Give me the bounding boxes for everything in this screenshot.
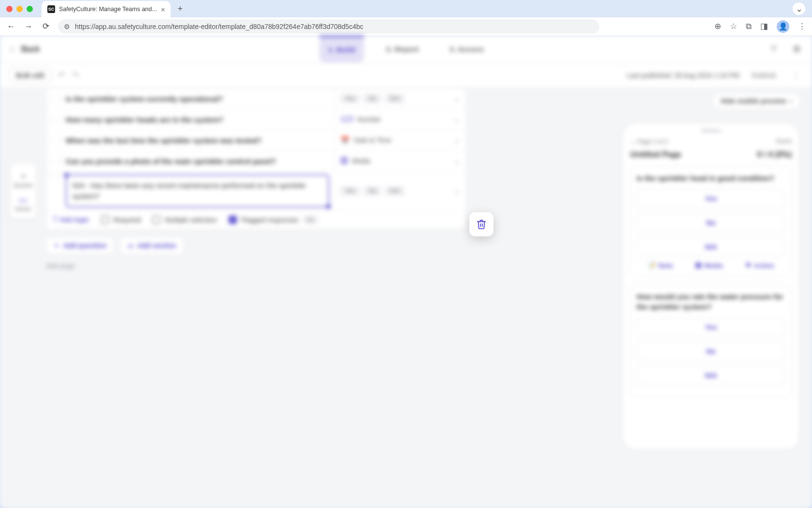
add-question-button[interactable]: ＋ Add question <box>46 237 114 254</box>
logic-icon: ᛘ <box>53 216 57 223</box>
chevron-down-icon[interactable]: ⌄ <box>454 187 460 195</box>
publish-button[interactable]: Publish <box>746 68 782 83</box>
checkbox-icon[interactable] <box>101 216 109 224</box>
window-controls <box>6 6 33 12</box>
chip-no: No <box>363 94 381 103</box>
drag-handle-icon[interactable]: ⋮⋮ <box>46 157 66 166</box>
question-row-selected[interactable]: ⋮⋮ N/A - Has there been any recent maint… <box>46 172 466 211</box>
selection-handle-icon[interactable] <box>64 173 69 177</box>
question-text[interactable]: Can you provide a photo of the main spri… <box>66 152 334 170</box>
arrow-left-icon: ← <box>9 45 16 54</box>
menu-icon[interactable]: ⋮ <box>798 21 806 31</box>
side-panel-icon[interactable]: ◨ <box>760 21 768 31</box>
chip-na: N/A <box>385 186 405 196</box>
profile-avatar-icon[interactable]: 👤 <box>777 20 789 33</box>
preview-answer-button[interactable]: No <box>637 213 785 232</box>
reload-icon[interactable]: ⟳ <box>41 21 51 31</box>
tab-build[interactable]: 1. Build <box>319 36 364 63</box>
response-cell[interactable]: 🖼 Media ⌄ <box>334 151 466 171</box>
checkbox-checked-icon[interactable] <box>229 216 237 224</box>
add-section-button[interactable]: ▭ Add section <box>120 237 183 254</box>
add-logic-button[interactable]: ᛘ Add logic <box>53 216 89 223</box>
question-row[interactable]: ⋮⋮ Is the sprinkler system currently ope… <box>46 88 466 109</box>
chevron-down-icon[interactable]: ⌄ <box>454 115 460 124</box>
browser-tab[interactable]: SC SafetyCulture: Manage Teams and... × <box>42 1 171 17</box>
delete-question-highlight <box>469 212 493 236</box>
drag-handle-icon[interactable]: ⋮⋮ <box>46 115 66 124</box>
chevron-down-icon[interactable]: ⌄ <box>454 157 460 165</box>
browser-tab-strip: SC SafetyCulture: Manage Teams and... × … <box>0 0 812 17</box>
new-tab-button[interactable]: + <box>177 4 183 14</box>
forward-icon[interactable]: → <box>23 22 34 31</box>
multiple-label: Multiple selection <box>165 216 217 224</box>
response-cell[interactable]: 📅 Date & Time ⌄ <box>334 130 466 150</box>
question-row[interactable]: ⋮⋮ Can you provide a photo of the main s… <box>46 151 466 172</box>
media-icon: 🖼 <box>695 262 702 269</box>
palette-add-question[interactable]: ＋ Question <box>14 168 33 190</box>
more-icon[interactable]: ⋮ <box>789 70 803 81</box>
url-input[interactable]: ⚙ https://app.au.safetyculture.com/templ… <box>58 19 599 34</box>
flagged-responses-toggle[interactable]: Flagged responses No <box>229 216 318 224</box>
preview-score: 0 / 4 (0%) <box>757 150 792 159</box>
chevron-right-icon: › <box>790 97 792 105</box>
question-row[interactable]: ⋮⋮ How many sprinkler heads are in the s… <box>46 109 466 130</box>
number-icon: 123 <box>340 115 353 124</box>
tab-title: SafetyCulture: Manage Teams and... <box>59 6 157 13</box>
site-settings-icon[interactable]: ⚙ <box>64 23 70 30</box>
chevron-down-icon[interactable]: ⌄ <box>454 94 460 103</box>
preview-answer-button[interactable]: N/A <box>637 237 785 257</box>
flagged-label: Flagged responses <box>241 216 299 224</box>
question-row[interactable]: ⋮⋮ When was the last time the sprinkler … <box>46 130 466 151</box>
preview-answer-button[interactable]: Yes <box>637 318 785 337</box>
selection-handle-icon[interactable] <box>326 204 331 209</box>
extensions-icon[interactable]: ⧉ <box>746 22 752 31</box>
minimize-window-icon[interactable] <box>16 6 23 12</box>
preview-answer-button[interactable]: Yes <box>637 189 785 208</box>
question-text[interactable]: How many sprinkler heads are in the syst… <box>66 111 334 129</box>
address-bar: ← → ⟳ ⚙ https://app.au.safetyculture.com… <box>0 17 812 36</box>
hide-preview-button[interactable]: Hide mobile preview › <box>712 93 800 109</box>
bookmark-icon[interactable]: ☆ <box>730 21 737 31</box>
question-text[interactable]: Is the sprinkler system currently operat… <box>66 90 334 108</box>
undo-icon[interactable]: ↶ <box>58 70 65 80</box>
tab-report[interactable]: 2. Report <box>377 36 427 63</box>
redo-icon[interactable]: ↷ <box>72 70 79 80</box>
preview-page-info: ⌄ Page 2 of 2 <box>630 138 668 145</box>
close-tab-icon[interactable]: × <box>161 5 165 14</box>
drag-handle-icon[interactable]: ⋮⋮ <box>46 94 66 103</box>
media-icon: 🖼 <box>340 157 348 165</box>
add-logic-label: Add logic <box>59 216 89 223</box>
section-icon: ▭ <box>19 195 27 205</box>
response-cell[interactable]: Yes No N/A ⌄ <box>334 88 466 109</box>
back-icon[interactable]: ← <box>6 22 16 31</box>
drag-handle-icon[interactable]: ⋮⋮ <box>46 136 66 145</box>
delete-button[interactable] <box>469 212 493 236</box>
zoom-icon[interactable]: ⊕ <box>714 21 721 31</box>
palette-question-label: Question <box>14 183 33 188</box>
help-icon[interactable]: ? <box>767 43 780 56</box>
preview-action-button[interactable]: ⚑Action <box>745 261 774 269</box>
back-button[interactable]: ← Back <box>9 45 40 54</box>
question-text[interactable]: When was the last time the sprinkler sys… <box>66 131 334 149</box>
preview-answer-button[interactable]: N/A <box>637 366 785 385</box>
response-cell[interactable]: Yes No N/A ⌄ <box>334 172 466 210</box>
publish-status: Last published: 28 Aug 2024 1:24 PM <box>627 72 740 79</box>
drag-handle-icon[interactable]: ⋮⋮ <box>46 172 66 210</box>
gear-icon[interactable]: ⚙ <box>790 43 803 56</box>
palette-add-section[interactable]: ▭ Section <box>15 193 31 214</box>
bulk-edit-button[interactable]: Bulk edit <box>9 68 52 83</box>
chevron-down-icon[interactable]: ⌄ <box>454 136 460 145</box>
question-text-input[interactable]: N/A - Has there been any recent maintena… <box>66 174 329 207</box>
checkbox-icon[interactable] <box>152 216 160 224</box>
preview-answer-button[interactable]: No <box>637 342 785 361</box>
add-question-label: Add question <box>63 242 106 249</box>
maximize-window-icon[interactable] <box>27 6 33 12</box>
close-window-icon[interactable] <box>6 6 13 12</box>
tabs-dropdown-button[interactable]: ⌄ <box>793 2 805 15</box>
multiple-selection-toggle[interactable]: Multiple selection <box>152 216 217 224</box>
preview-media-button[interactable]: 🖼Media <box>695 261 723 269</box>
response-cell[interactable]: 123 Number ⌄ <box>334 109 466 130</box>
tab-access[interactable]: 3. Access <box>441 36 493 63</box>
preview-note-button[interactable]: 📝Note <box>648 261 673 269</box>
required-toggle[interactable]: Required <box>101 216 141 224</box>
